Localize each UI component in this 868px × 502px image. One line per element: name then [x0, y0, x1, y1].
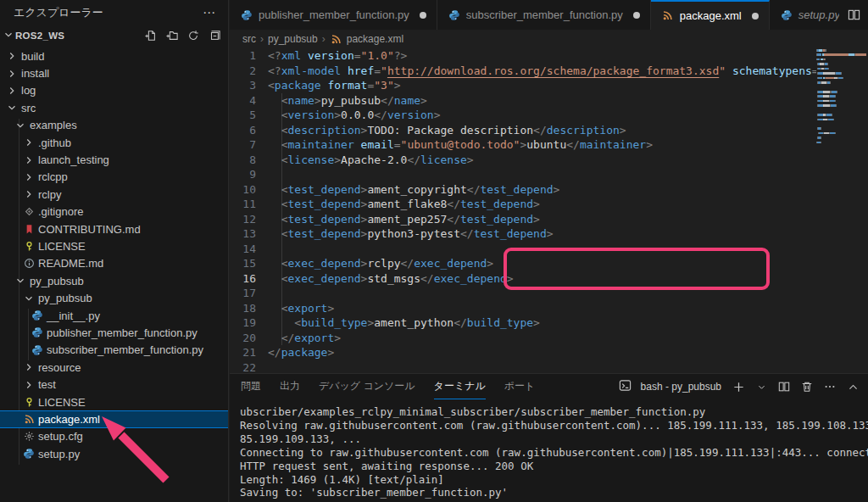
tree-item-license[interactable]: LICENSE [0, 237, 228, 254]
code-line[interactable]: 9 [230, 167, 816, 182]
chevron-down-icon [14, 119, 27, 132]
modified-dot-icon[interactable] [633, 12, 640, 19]
code-line[interactable]: 6 <description>TODO: Package description… [230, 123, 816, 138]
editor-tab-package-xml[interactable]: package.xml [651, 0, 770, 30]
shell-label[interactable]: bash - py_pubsub [641, 381, 721, 393]
tree-item-label: LICENSE [38, 240, 86, 253]
code-line[interactable]: 19 <build_type>ament_python</build_type> [230, 315, 816, 331]
more-ellipsis-icon[interactable] [823, 380, 837, 393]
panel-tab[interactable]: ポート [504, 374, 536, 399]
line-number: 17 [230, 286, 268, 301]
code-line[interactable]: 16 <exec_depend>std_msgs</exec_depend> [230, 271, 816, 287]
collapse-all-icon[interactable] [208, 29, 221, 42]
code-line[interactable]: 5 <version>0.0.0</version> [230, 108, 816, 123]
panel-tab[interactable]: 出力 [280, 374, 300, 399]
code-line[interactable]: 3<package format="3"> [230, 78, 816, 93]
tree-item-label: .gitignore [38, 205, 83, 218]
refresh-icon[interactable] [186, 29, 200, 42]
breadcrumb-item[interactable]: package.xml [330, 32, 403, 46]
code-line[interactable]: 17 [230, 286, 816, 301]
xml-rss-icon [22, 412, 36, 426]
line-number: 20 [230, 331, 268, 346]
tree-item-label: rclcpp [38, 170, 68, 183]
tree-item-contributing-md[interactable]: CONTRIBUTING.md [0, 220, 228, 237]
tree-item-publisher-member-function-py[interactable]: publisher_member_function.py [0, 324, 228, 341]
tree-item--github[interactable]: .github [0, 134, 228, 151]
code-line[interactable]: 8 <license>Apache-2.0</license> [230, 153, 816, 168]
modified-dot-icon[interactable] [420, 12, 426, 19]
code-line[interactable]: 2<?xml-model href="http://download.ros.o… [230, 64, 816, 79]
terminal-output[interactable]: ubscriber/examples_rclpy_minimal_subscri… [240, 405, 868, 502]
minimap-line [816, 137, 866, 139]
code-line[interactable]: 12 <test_depend>ament_pep257</test_depen… [230, 212, 816, 227]
tree-item-log[interactable]: log [0, 82, 228, 99]
terminal-line: Length: 1469 (1.4K) [text/plain] [240, 473, 868, 487]
tree-item-setup-cfg[interactable]: setup.cfg [0, 428, 228, 445]
workspace-section-header[interactable]: ROS2_WS [0, 25, 228, 46]
tree-item-src[interactable]: src [0, 99, 228, 116]
minimap[interactable] [816, 49, 866, 371]
panel-tab[interactable]: 問題 [241, 374, 261, 399]
panel-tab[interactable]: ターミナル [434, 374, 486, 399]
new-file-icon[interactable] [144, 29, 158, 42]
minimap-line [816, 142, 866, 144]
code-editor[interactable]: 1<?xml version="1.0"?>2<?xml-model href=… [230, 48, 816, 373]
code-line[interactable]: 14 [230, 242, 816, 257]
tree-item-examples[interactable]: examples [0, 117, 228, 134]
line-content: </package> [268, 345, 334, 360]
line-number: 21 [230, 345, 268, 360]
tree-item-install[interactable]: install [0, 64, 228, 81]
tree-item-subscriber-member-function-py[interactable]: subscriber_member_function.py [0, 342, 228, 359]
tree-item-py-pubsub[interactable]: py_pubsub [0, 272, 228, 289]
code-line[interactable]: 22 [230, 360, 816, 374]
modified-dot-icon[interactable] [752, 13, 759, 20]
tree-item-package-xml[interactable]: package.xml [0, 410, 228, 427]
minimap-line [816, 59, 866, 61]
breadcrumb-label: src [242, 33, 256, 45]
breadcrumb-item[interactable]: py_pubsub [268, 33, 318, 45]
code-line[interactable]: 13 <test_depend>python3-pytest</test_dep… [230, 226, 816, 242]
code-line[interactable]: 15 <exec_depend>rclpy</exec_depend> [230, 256, 816, 271]
chevron-down-icon [2, 28, 15, 42]
new-terminal-icon[interactable] [732, 380, 745, 393]
tree-item-resource[interactable]: resource [0, 359, 228, 376]
code-line[interactable]: 20 </export> [230, 331, 816, 346]
code-line[interactable]: 4 <name>py_pubsub</name> [230, 93, 816, 109]
chevron-right-icon [22, 136, 36, 149]
tree-item-rclpy[interactable]: rclpy [0, 186, 228, 203]
panel-tab[interactable]: デバッグ コンソール [319, 374, 415, 399]
chevron-right-icon [22, 378, 36, 392]
tree-item-setup-py[interactable]: setup.py [0, 445, 228, 462]
maximize-panel-icon[interactable] [846, 380, 860, 393]
line-content: </export> [268, 331, 341, 346]
code-line[interactable]: 11 <test_depend>ament_flake8</test_depen… [230, 197, 816, 212]
explorer-sidebar: エクスプローラー ⋯ ROS2_WS buildinstalllogsrcexa… [0, 0, 229, 502]
new-folder-icon[interactable] [165, 29, 179, 42]
tree-item-launch-testing[interactable]: launch_testing [0, 151, 228, 168]
launch-profile-dropdown-icon[interactable] [754, 380, 768, 393]
tree-item-build[interactable]: build [0, 47, 228, 64]
tree-item--gitignore[interactable]: .gitignore [0, 204, 228, 220]
code-line[interactable]: 7 <maintainer email="ubuntu@todo.todo">u… [230, 137, 816, 153]
breadcrumb-item[interactable]: src [242, 33, 256, 45]
editor-tab-subscriber-member-function-py[interactable]: subscriber_member_function.py [437, 0, 651, 30]
code-line[interactable]: 18 <export> [230, 301, 816, 316]
code-line[interactable]: 21</package> [230, 345, 816, 360]
tree-item-py-pubsub[interactable]: py_pubsub [0, 289, 228, 306]
tree-item-readme-md[interactable]: README.md [0, 255, 228, 272]
line-content: <test_depend>ament_pep257</test_depend> [268, 212, 540, 227]
code-line[interactable]: 1<?xml version="1.0"?> [230, 48, 816, 64]
tree-item-rclcpp[interactable]: rclcpp [0, 169, 228, 186]
explorer-title: エクスプローラー [14, 5, 103, 20]
tree-item--init-py[interactable]: __init__.py [0, 307, 228, 324]
split-editor-icon[interactable] [847, 8, 860, 22]
tree-item-test[interactable]: test [0, 376, 228, 393]
line-number: 3 [230, 78, 268, 93]
editor-tab-publisher-member-function-py[interactable]: publisher_member_function.py [230, 0, 437, 30]
kill-terminal-icon[interactable] [800, 380, 814, 393]
tree-item-label: log [21, 84, 36, 97]
tree-item-license[interactable]: LICENSE [0, 393, 228, 410]
code-line[interactable]: 10 <test_depend>ament_copyright</test_de… [230, 182, 816, 198]
split-terminal-icon[interactable] [777, 380, 791, 393]
more-ellipsis-icon[interactable]: ⋯ [203, 5, 216, 20]
